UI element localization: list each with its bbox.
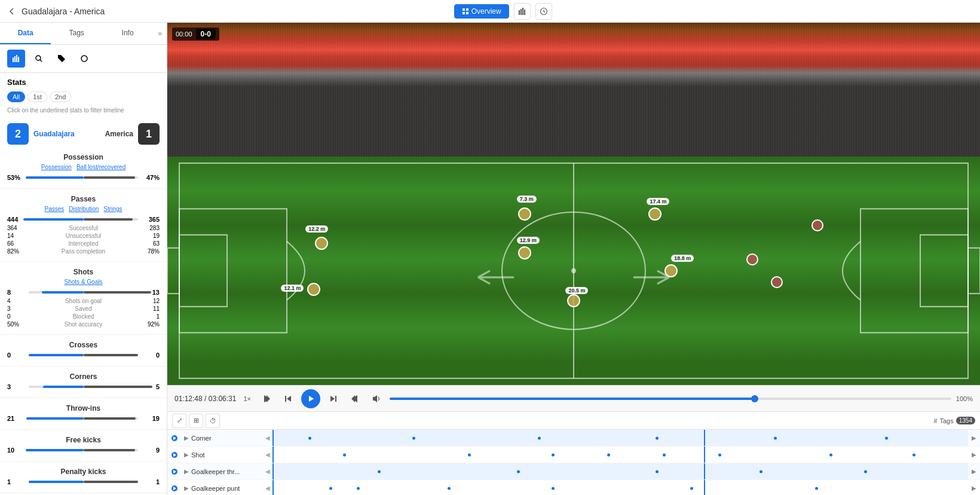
strings-link[interactable]: Strings xyxy=(103,206,122,212)
tag-icon-btn[interactable] xyxy=(53,50,71,68)
corners-title: Corners xyxy=(7,372,160,381)
corner-track[interactable] xyxy=(272,430,968,446)
shot-track[interactable] xyxy=(272,447,968,463)
freekicks-title: Free kicks xyxy=(7,436,160,444)
freekicks-right: 9 xyxy=(142,447,160,454)
app-container: Guadalajara - America Overview Data xyxy=(0,0,980,495)
back-button[interactable] xyxy=(7,7,17,16)
throwins-title: Throw-ins xyxy=(7,404,160,412)
crosses-right: 0 xyxy=(142,352,160,359)
data-tab[interactable]: Data xyxy=(0,23,51,44)
throwins-bar-row: 21 19 xyxy=(7,415,160,422)
throwins-bar xyxy=(29,417,138,420)
corner-nav-prev[interactable]: ▶ xyxy=(968,435,980,441)
gk-throw-filter[interactable]: ◀ xyxy=(263,468,272,475)
grid-tool[interactable]: ⊞ xyxy=(189,414,203,428)
overview-tab[interactable]: Overview xyxy=(454,4,509,19)
gk-throw-label: Goalkeeper thr... xyxy=(191,468,263,475)
svg-rect-0 xyxy=(463,8,465,11)
passes-bar-row: 444 365 xyxy=(7,216,160,223)
svg-text:10: 10 xyxy=(264,399,267,402)
top-bar-center: Overview xyxy=(454,3,552,20)
info-tab[interactable]: Info xyxy=(102,23,153,44)
main-content: Data Tags Info » xyxy=(0,23,980,495)
passes-unsuccessful-row: 14 Unsuccessful 19 xyxy=(7,232,160,240)
home-team: 2 xyxy=(7,123,29,145)
corner-filter[interactable]: ◀ xyxy=(263,435,272,441)
svg-rect-10 xyxy=(14,56,16,62)
match-title: Guadalajara - America xyxy=(22,7,105,16)
freekicks-section: Free kicks 10 9 xyxy=(0,432,167,459)
penalties-left: 1 xyxy=(7,478,25,485)
rewind-10-button[interactable]: 10 xyxy=(258,390,275,407)
shot-filter[interactable]: ◀ xyxy=(263,451,272,458)
period-1st[interactable]: 1st xyxy=(27,91,47,102)
tags-badge: # Tags 1354 xyxy=(933,417,975,424)
video-area[interactable]: 12.2 m 12.1 m 7.3 m xyxy=(167,23,980,385)
time-tool[interactable]: ⏱ xyxy=(206,414,220,428)
ball-lost-link[interactable]: Ball lost/recovered xyxy=(76,164,125,170)
stats-tab[interactable] xyxy=(514,3,531,20)
expand-tool[interactable]: ⤢ xyxy=(172,414,186,428)
shots-goals-link[interactable]: Shots & Goals xyxy=(65,279,103,285)
progress-bar[interactable] xyxy=(390,398,951,400)
video-score: 0-0 xyxy=(196,29,216,39)
gk-punt-nav[interactable]: ▶ xyxy=(968,485,980,491)
corner-label: Corner xyxy=(191,435,263,442)
possession-section: Possession Possession Ball lost/recovere… xyxy=(0,149,167,186)
shot-play[interactable] xyxy=(167,451,182,459)
svg-rect-3 xyxy=(466,12,468,14)
period-2nd[interactable]: 2nd xyxy=(50,91,71,102)
shots-bar xyxy=(29,291,138,294)
speed-button[interactable]: 1× xyxy=(241,394,253,404)
progress-bar-area[interactable] xyxy=(390,398,951,400)
crosses-bar-row: 0 0 xyxy=(7,352,160,359)
stats-icon-btn[interactable] xyxy=(7,50,25,68)
prev-frame-button[interactable] xyxy=(280,390,296,407)
gk-punt-filter[interactable]: ◀ xyxy=(263,485,272,491)
corner-expand[interactable]: ▶ xyxy=(182,435,191,441)
gk-punt-track[interactable] xyxy=(272,480,968,495)
gk-punt-expand[interactable]: ▶ xyxy=(182,485,191,491)
svg-rect-2 xyxy=(463,12,465,14)
stats-section-label: Stats xyxy=(0,73,167,89)
panel-tabs: Data Tags Info » xyxy=(0,23,167,45)
period-all[interactable]: All xyxy=(7,91,25,102)
circle-icon-btn[interactable] xyxy=(75,50,93,68)
penalties-section: Penalty kicks 1 1 xyxy=(0,464,167,490)
gk-throw-play[interactable] xyxy=(167,468,182,475)
next-frame-button[interactable] xyxy=(325,390,342,407)
period-filter: All 1st 2nd xyxy=(0,89,167,107)
video-time-badge: 00:00 0-0 xyxy=(172,28,219,41)
tags-tab[interactable]: Tags xyxy=(51,23,102,44)
possession-link[interactable]: Possession xyxy=(41,164,72,170)
video-overlay: 00:00 0-0 xyxy=(167,23,980,385)
shot-label: Shot xyxy=(191,451,263,459)
collapse-button[interactable]: » xyxy=(153,25,167,42)
search-icon-btn[interactable] xyxy=(30,50,48,68)
filter-hint: Click on the underlined stats to filter … xyxy=(0,107,167,118)
clock-tab[interactable] xyxy=(535,3,552,20)
zoom-value: 100% xyxy=(956,395,973,402)
top-bar: Guadalajara - America Overview xyxy=(0,0,980,23)
shot-accuracy-row: 50% Shot accuracy 92% xyxy=(7,320,160,328)
possession-bar-row: 53% 47% xyxy=(7,174,160,181)
progress-fill xyxy=(390,398,755,400)
throwins-right: 19 xyxy=(142,415,160,422)
forward-10-button[interactable] xyxy=(347,390,363,407)
crosses-left: 0 xyxy=(7,352,25,359)
possession-bar xyxy=(29,176,138,179)
volume-button[interactable] xyxy=(368,390,385,407)
gk-throw-expand[interactable]: ▶ xyxy=(182,468,191,475)
passes-link[interactable]: Passes xyxy=(45,206,65,212)
gk-throw-nav[interactable]: ▶ xyxy=(968,468,980,475)
timeline-toolbar: ⤢ ⊞ ⏱ # Tags 1354 xyxy=(167,412,980,430)
gk-punt-play[interactable] xyxy=(167,485,182,492)
top-bar-left: Guadalajara - America xyxy=(7,7,105,16)
corner-play[interactable] xyxy=(167,435,182,442)
play-button[interactable] xyxy=(301,389,320,408)
shot-expand[interactable]: ▶ xyxy=(182,451,191,458)
gk-throw-track[interactable] xyxy=(272,463,968,479)
shot-nav-prev[interactable]: ▶ xyxy=(968,451,980,458)
distribution-link[interactable]: Distribution xyxy=(69,206,99,212)
